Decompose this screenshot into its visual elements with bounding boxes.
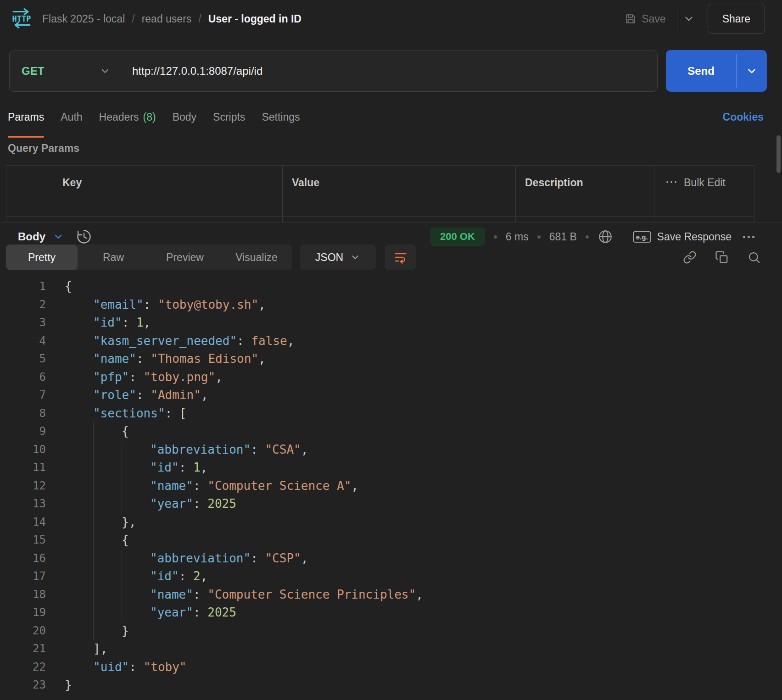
view-tab-raw[interactable]: Raw: [78, 244, 149, 270]
response-body-selector[interactable]: Body: [18, 230, 64, 243]
tab-body[interactable]: Body: [173, 96, 196, 138]
column-header-value[interactable]: Value: [282, 166, 515, 222]
code-content: "id": 2,: [65, 567, 207, 586]
chevron-down-icon: [746, 65, 758, 77]
url-input[interactable]: http://127.0.0.1:8087/api/id: [119, 65, 263, 78]
code-content: "abbreviation": "CSA",: [65, 441, 308, 459]
tab-params[interactable]: Params: [8, 96, 44, 138]
code-content: "id": 1,: [65, 459, 207, 477]
breadcrumb-folder[interactable]: read users: [142, 13, 192, 25]
send-options-button[interactable]: [737, 50, 767, 92]
tab-label: Params: [8, 111, 44, 123]
response-size: 681 B: [549, 231, 577, 243]
response-more-options-button[interactable]: [743, 236, 754, 238]
postman-window: HTTP Flask 2025 - local / read users / U…: [0, 0, 782, 700]
line-number: 6: [0, 368, 46, 387]
bulk-edit-button[interactable]: Bulk Edit: [654, 166, 754, 222]
line-number: 10: [0, 441, 46, 459]
http-collection-icon: HTTP: [11, 7, 32, 29]
copy-response-button[interactable]: [715, 250, 729, 264]
line-number: 9: [0, 422, 46, 441]
save-label: Save: [642, 13, 665, 25]
scrollbar-thumb[interactable]: [776, 135, 781, 173]
code-content: "name": "Thomas Edison",: [65, 350, 266, 368]
wrap-text-button[interactable]: [385, 244, 416, 270]
history-icon: [76, 228, 92, 245]
breadcrumb: Flask 2025 - local / read users / User -…: [42, 0, 302, 38]
code-line: 23}: [0, 676, 782, 694]
cookies-link[interactable]: Cookies: [723, 111, 764, 123]
format-label: JSON: [315, 251, 343, 264]
view-tab-visualize[interactable]: Visualize: [221, 244, 292, 270]
line-number: 15: [0, 531, 46, 550]
method-label: GET: [22, 65, 44, 78]
line-number: 8: [0, 405, 46, 423]
tab-auth[interactable]: Auth: [61, 96, 82, 138]
copy-link-button[interactable]: [683, 250, 697, 264]
column-header-key[interactable]: Key: [53, 166, 282, 222]
breadcrumb-collection[interactable]: Flask 2025 - local: [42, 13, 125, 25]
code-line: 9{: [0, 422, 782, 441]
link-icon: [683, 250, 697, 264]
line-number: 16: [0, 550, 46, 568]
wrap-text-icon: [393, 250, 408, 265]
tab-scripts[interactable]: Scripts: [213, 96, 245, 138]
view-mode-segmented-control: Pretty Raw Preview Visualize: [6, 244, 292, 270]
line-number: 21: [0, 640, 46, 658]
status-badge: 200 OK: [430, 228, 485, 246]
response-history-button[interactable]: [76, 228, 92, 245]
more-options-icon: [666, 181, 676, 183]
code-line: 6"pfp": "toby.png",: [0, 368, 782, 387]
save-icon: [625, 13, 637, 25]
code-content: },: [65, 513, 136, 532]
breadcrumb-separator: /: [132, 13, 134, 25]
code-line: 17"id": 2,: [0, 567, 782, 586]
line-number: 2: [0, 296, 46, 314]
line-number: 3: [0, 314, 46, 332]
save-response-button[interactable]: e.g. Save Response: [633, 231, 732, 243]
format-select[interactable]: JSON: [300, 244, 376, 270]
tab-settings[interactable]: Settings: [262, 96, 300, 138]
code-line: 12"name": "Computer Science A",: [0, 477, 782, 495]
svg-text:HTTP: HTTP: [12, 14, 31, 23]
code-content: {: [65, 531, 129, 550]
share-button[interactable]: Share: [708, 4, 765, 34]
view-tab-preview[interactable]: Preview: [149, 244, 221, 270]
request-url-bar: GET http://127.0.0.1:8087/api/id: [9, 50, 658, 92]
tab-label: Auth: [61, 111, 82, 123]
line-number: 19: [0, 604, 46, 622]
copy-icon: [715, 250, 729, 264]
code-content: "email": "toby@toby.sh",: [65, 296, 266, 314]
code-content: "name": "Computer Science Principles",: [65, 586, 423, 604]
line-number: 12: [0, 477, 46, 495]
code-line: 14},: [0, 513, 782, 532]
code-line: 3"id": 1,: [0, 314, 782, 332]
code-content: "role": "Admin",: [65, 386, 208, 405]
code-line: 18"name": "Computer Science Principles",: [0, 586, 782, 604]
view-tab-pretty[interactable]: Pretty: [6, 244, 78, 270]
code-line: 13"year": 2025: [0, 495, 782, 513]
send-button[interactable]: Send: [666, 50, 736, 92]
code-content: "sections": [: [65, 405, 187, 423]
table-row-divider: [6, 216, 754, 217]
checkbox-column: [6, 166, 53, 222]
headers-count-badge: (8): [143, 111, 156, 123]
method-selector[interactable]: GET: [10, 50, 119, 91]
code-line: 20}: [0, 622, 782, 640]
search-response-button[interactable]: [747, 250, 761, 264]
tab-headers[interactable]: Headers (8): [99, 96, 156, 138]
code-content: "pfp": "toby.png",: [65, 368, 223, 387]
tab-label: Headers: [99, 111, 139, 123]
column-header-description[interactable]: Description: [515, 166, 654, 222]
request-tabs: Params Auth Headers (8) Body Scripts Set…: [8, 96, 764, 138]
network-info-button[interactable]: [598, 229, 613, 244]
separator-dot: [586, 235, 589, 239]
line-number: 22: [0, 658, 46, 677]
save-response-label: Save Response: [657, 231, 732, 243]
code-line: 15{: [0, 531, 782, 550]
code-line: 8"sections": [: [0, 405, 782, 423]
code-line: 19"year": 2025: [0, 604, 782, 622]
save-button[interactable]: Save: [625, 13, 665, 25]
save-options-chevron-button[interactable]: [683, 13, 695, 25]
code-line: 1{: [0, 278, 782, 296]
